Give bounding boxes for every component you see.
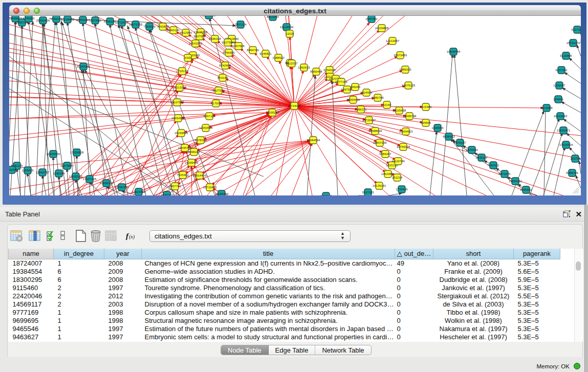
svg-text:1588520: 1588520	[272, 56, 285, 59]
svg-text:17957225: 17957225	[83, 178, 97, 181]
svg-text:9327508: 9327508	[222, 41, 234, 44]
svg-text:8756685: 8756685	[223, 51, 235, 54]
svg-text:1362615: 1362615	[298, 66, 310, 69]
svg-text:817006: 817006	[211, 102, 222, 105]
svg-text:1080748: 1080748	[372, 96, 384, 99]
svg-text:10654112: 10654112	[509, 180, 522, 183]
svg-text:3917183: 3917183	[362, 191, 374, 194]
svg-text:9827503: 9827503	[193, 35, 206, 38]
svg-text:13325: 13325	[286, 32, 294, 35]
svg-text:4839143: 4839143	[320, 194, 332, 195]
svg-text:746266: 746266	[350, 85, 361, 89]
svg-text:18724007: 18724007	[288, 104, 301, 107]
svg-text:16671355: 16671355	[129, 23, 143, 26]
svg-text:16782759: 16782759	[115, 186, 129, 189]
svg-text:13654923: 13654923	[399, 130, 413, 133]
svg-text:6879197: 6879197	[454, 141, 466, 144]
svg-text:13692971: 13692971	[557, 129, 571, 132]
svg-text:8242848: 8242848	[219, 64, 231, 67]
svg-text:2367608: 2367608	[232, 45, 245, 48]
svg-text:9245652: 9245652	[520, 188, 532, 191]
svg-text:12975125: 12975125	[402, 84, 416, 87]
svg-text:1209387: 1209387	[553, 84, 565, 87]
svg-text:8660124: 8660124	[167, 29, 180, 32]
svg-text:9146821: 9146821	[259, 52, 272, 55]
svg-text:1527602: 1527602	[89, 19, 101, 22]
svg-text:20206536: 20206536	[47, 152, 60, 156]
svg-text:16648784: 16648784	[447, 50, 461, 53]
svg-text:1145194: 1145194	[53, 172, 66, 175]
svg-text:12942757: 12942757	[36, 171, 50, 174]
svg-text:62160: 62160	[383, 103, 391, 106]
svg-text:8938923: 8938923	[443, 135, 455, 138]
svg-text:9129906: 9129906	[560, 54, 572, 57]
svg-text:8489709: 8489709	[566, 171, 578, 174]
svg-text:10975887: 10975887	[60, 164, 74, 167]
svg-text:9084067: 9084067	[379, 152, 391, 156]
svg-text:16033809: 16033809	[202, 16, 216, 17]
svg-text:19654935: 19654935	[171, 117, 185, 120]
svg-text:19166825: 19166825	[175, 132, 188, 135]
svg-text:14524851: 14524851	[381, 172, 395, 176]
svg-text:3824554: 3824554	[360, 91, 373, 94]
svg-text:16154808: 16154808	[375, 27, 389, 30]
svg-text:10107553: 10107553	[170, 101, 184, 104]
svg-text:252214: 252214	[392, 176, 403, 179]
svg-text:8267110: 8267110	[204, 115, 216, 118]
svg-text:12213967: 12213967	[386, 39, 400, 42]
svg-text:7857224: 7857224	[234, 23, 247, 26]
svg-text:8990448: 8990448	[310, 70, 322, 73]
svg-text:8427552: 8427552	[212, 89, 225, 92]
svg-text:10543382: 10543382	[189, 42, 203, 45]
svg-text:6794028: 6794028	[323, 69, 336, 72]
svg-text:17359928: 17359928	[70, 151, 84, 154]
svg-text:4439167: 4439167	[161, 193, 173, 195]
svg-text:9777169: 9777169	[335, 80, 347, 83]
svg-text:2718170: 2718170	[176, 70, 188, 73]
svg-text:7515526: 7515526	[143, 25, 156, 28]
svg-text:4735650: 4735650	[23, 17, 35, 20]
svg-text:11120746: 11120746	[391, 160, 405, 163]
svg-text:7625402: 7625402	[177, 173, 189, 177]
svg-text:12353594: 12353594	[199, 126, 213, 129]
svg-text:2687682: 2687682	[365, 17, 378, 20]
svg-text:7632621: 7632621	[487, 164, 499, 167]
svg-text:1156829: 1156829	[22, 169, 34, 172]
svg-text:7663822: 7663822	[157, 25, 169, 28]
svg-text:8912954: 8912954	[180, 31, 192, 34]
svg-text:10046786: 10046786	[178, 146, 192, 149]
svg-text:15300293: 15300293	[266, 111, 279, 114]
svg-text:20053346: 20053346	[77, 65, 91, 68]
svg-text:8813054: 8813054	[267, 16, 279, 18]
svg-text:124441: 124441	[553, 98, 564, 101]
svg-text:20364436: 20364436	[346, 98, 360, 101]
svg-text:15720407: 15720407	[362, 119, 376, 122]
svg-text:9115460: 9115460	[420, 105, 432, 108]
svg-text:14099489: 14099489	[185, 161, 199, 164]
svg-text:7986372: 7986372	[355, 108, 367, 111]
svg-text:19756928: 19756928	[397, 145, 410, 148]
svg-text:3822037: 3822037	[286, 62, 298, 65]
svg-text:8213958: 8213958	[540, 106, 553, 110]
svg-text:8454749: 8454749	[247, 49, 259, 52]
svg-text:10553267: 10553267	[76, 18, 90, 21]
svg-text:12213309: 12213309	[173, 86, 187, 89]
svg-text:5498222: 5498222	[188, 150, 200, 154]
svg-text:9657791: 9657791	[169, 185, 181, 188]
svg-text:7485003: 7485003	[399, 68, 411, 71]
svg-text:16914409: 16914409	[193, 174, 207, 177]
svg-text:19299464: 19299464	[215, 192, 229, 195]
svg-text:18807299: 18807299	[373, 141, 387, 144]
svg-text:1640954: 1640954	[431, 126, 444, 129]
svg-text:19384554: 19384554	[307, 139, 320, 142]
svg-text:2935114: 2935114	[476, 156, 488, 159]
svg-text:20691406: 20691406	[36, 19, 50, 22]
svg-text:8678332: 8678332	[194, 139, 207, 142]
svg-text:10688609: 10688609	[368, 129, 382, 133]
svg-text:116753: 116753	[570, 157, 580, 160]
svg-text:12505135: 12505135	[69, 175, 83, 178]
svg-text:14495798: 14495798	[403, 115, 417, 118]
svg-text:9217207: 9217207	[571, 28, 581, 31]
svg-text:14136141: 14136141	[373, 184, 386, 187]
svg-text:19218506: 19218506	[280, 26, 294, 29]
